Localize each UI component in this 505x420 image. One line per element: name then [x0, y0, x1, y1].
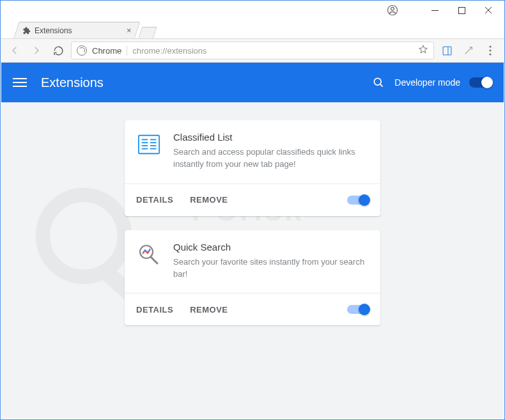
extensions-list: Classified List Search and access popula…: [1, 102, 504, 325]
svg-line-27: [151, 257, 157, 263]
browser-tabstrip: Extensions ×: [1, 20, 504, 38]
extension-action-icon[interactable]: [460, 42, 478, 59]
page-title: Extensions: [41, 75, 369, 90]
bookmark-star-icon[interactable]: [418, 44, 428, 57]
svg-point-15: [375, 78, 382, 85]
svg-rect-6: [443, 47, 451, 55]
extension-card: Classified List Search and access popula…: [125, 120, 380, 216]
details-button[interactable]: DETAILS: [136, 195, 173, 205]
address-bar[interactable]: Chrome chrome://extensions: [71, 42, 434, 59]
menu-icon[interactable]: [13, 78, 27, 87]
browser-menu-icon[interactable]: [481, 42, 499, 59]
user-profile-icon[interactable]: [379, 1, 406, 19]
developer-mode-toggle[interactable]: [469, 77, 492, 88]
close-icon[interactable]: ×: [127, 26, 132, 35]
extension-description: Search and access popular classifieds qu…: [173, 146, 369, 171]
omnibox-origin-label: Chrome: [92, 46, 121, 56]
remove-button[interactable]: REMOVE: [190, 195, 228, 205]
developer-mode-label: Developer mode: [394, 77, 460, 88]
browser-toolbar: Chrome chrome://extensions: [1, 38, 504, 63]
reload-button[interactable]: [49, 42, 67, 59]
panel-toggle-icon[interactable]: [438, 42, 456, 59]
omnibox-divider: [127, 45, 127, 56]
chrome-icon: [77, 45, 87, 56]
extension-card: Quick Search Search your favorite sites …: [125, 230, 380, 326]
svg-rect-17: [139, 136, 159, 154]
extension-icon: [136, 132, 162, 157]
extensions-header: Extensions Developer mode: [1, 63, 504, 102]
svg-rect-3: [458, 7, 465, 13]
forward-button[interactable]: [27, 42, 45, 59]
new-tab-button[interactable]: [138, 27, 157, 38]
omnibox-url: chrome://extensions: [132, 46, 413, 56]
back-button[interactable]: [6, 42, 24, 59]
extension-name: Classified List: [173, 132, 369, 143]
page-content: PCrisk .com Extensions Developer mode: [1, 63, 504, 419]
window-maximize-button[interactable]: [448, 1, 475, 19]
window-minimize-button[interactable]: [421, 1, 448, 19]
remove-button[interactable]: REMOVE: [190, 305, 228, 315]
svg-point-1: [391, 7, 394, 10]
extension-description: Search your favorite sites instantly fro…: [173, 256, 369, 281]
svg-point-8: [489, 45, 491, 47]
puzzle-icon: [22, 26, 31, 35]
details-button[interactable]: DETAILS: [136, 305, 173, 315]
extension-enable-toggle[interactable]: [347, 196, 369, 205]
window-titlebar: [1, 1, 504, 20]
extension-name: Quick Search: [173, 242, 369, 253]
svg-point-10: [489, 53, 491, 55]
svg-point-9: [489, 49, 491, 51]
window-close-button[interactable]: [475, 1, 502, 19]
browser-tab[interactable]: Extensions ×: [13, 22, 140, 38]
extension-enable-toggle[interactable]: [347, 305, 369, 314]
search-icon[interactable]: [369, 76, 388, 89]
extension-icon: [136, 242, 162, 267]
tab-title: Extensions: [35, 26, 123, 35]
svg-line-16: [380, 84, 383, 87]
